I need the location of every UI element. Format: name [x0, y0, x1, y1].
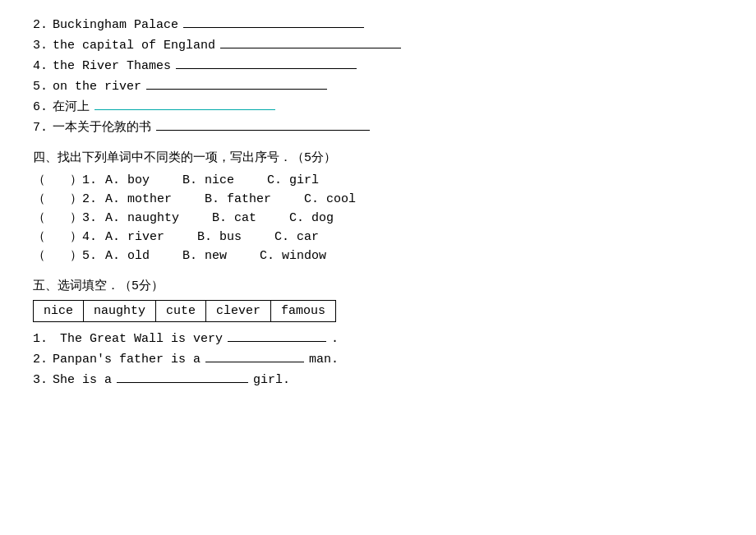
word-bank-row: nice naughty cute clever famous	[34, 301, 336, 322]
item-4-label: the River Thames	[53, 59, 171, 73]
item-6-underline	[94, 99, 275, 110]
item-3-num: 3.	[33, 39, 48, 53]
word-nice: nice	[34, 301, 84, 322]
item-2-label: Buckingham Palace	[53, 18, 178, 32]
choice-4-a: A. river	[105, 230, 164, 244]
choice-4-c: C. car	[274, 230, 319, 244]
sentence-2-blank[interactable]	[205, 351, 304, 362]
choice-row-1: （ ） 1. A. boy B. nice C. girl	[33, 172, 723, 187]
choice-5-b: B. new	[182, 249, 227, 263]
choice-5-num: 5.	[82, 249, 97, 263]
paren-5: （ ）	[33, 247, 82, 263]
choice-5-c: C. window	[260, 249, 326, 263]
choice-1-c: C. girl	[267, 173, 319, 187]
item-5-label: on the river	[53, 80, 141, 94]
item-2-text: 2.	[33, 18, 48, 32]
item-5-num: 5.	[33, 80, 48, 94]
item-4-num: 4.	[33, 59, 48, 73]
part3-item-2: 2. Buckingham Palace	[33, 16, 723, 32]
word-clever: clever	[206, 301, 271, 322]
choice-row-4: （ ） 4. A. river B. bus C. car	[33, 228, 723, 244]
choice-1-num: 1.	[82, 173, 97, 187]
choice-3-a: A. naughty	[105, 211, 179, 225]
choice-3-c: C. dog	[289, 211, 334, 225]
item-5-underline	[146, 78, 327, 90]
choice-row-5: （ ） 5. A. old B. new C. window	[33, 247, 723, 263]
part5-section: 五、选词填空．（5分） nice naughty cute clever fam…	[33, 278, 723, 387]
part4-section: 四、找出下列单词中不同类的一项，写出序号．（5分） （ ） 1. A. boy …	[33, 150, 723, 263]
fill-sentence-3: 3. She is a girl.	[33, 371, 723, 387]
choice-1-b: B. nice	[182, 173, 234, 187]
paren-3: （ ）	[33, 210, 82, 225]
item-3-label: the capital of England	[53, 39, 215, 53]
choice-2-num: 2.	[82, 192, 97, 206]
sentence-2-num: 2.	[33, 353, 48, 367]
sentence-1-num: 1.	[33, 332, 55, 346]
part5-title: 五、选词填空．（5分）	[33, 278, 723, 293]
part3-item-5: 5. on the river	[33, 78, 723, 94]
choice-2-c: C. cool	[304, 192, 356, 206]
choice-2-options: A. mother B. father C. cool	[105, 192, 356, 206]
item-7-num: 7.	[33, 121, 48, 135]
item-7-underline	[156, 119, 370, 131]
sentence-3-after: girl.	[253, 373, 290, 387]
paren-2: （ ）	[33, 191, 82, 206]
choice-3-b: B. cat	[212, 211, 256, 225]
word-naughty: naughty	[84, 301, 156, 322]
sentence-2-before: Panpan's father is a	[53, 353, 201, 367]
choice-4-num: 4.	[82, 230, 97, 244]
sentence-1-after: .	[331, 332, 339, 346]
sentence-1-blank[interactable]	[228, 330, 326, 342]
paren-4: （ ）	[33, 228, 82, 244]
word-cute: cute	[156, 301, 206, 322]
word-bank-table: nice naughty cute clever famous	[33, 300, 336, 322]
choice-1-options: A. boy B. nice C. girl	[105, 173, 319, 187]
sentence-1-before: The Great Wall is very	[60, 332, 223, 346]
sentence-2-after: man.	[309, 353, 339, 367]
item-3-underline	[220, 37, 401, 48]
part3-item-7: 7. 一本关于伦敦的书	[33, 119, 723, 135]
part4-title: 四、找出下列单词中不同类的一项，写出序号．（5分）	[33, 150, 723, 165]
choice-5-options: A. old B. new C. window	[105, 249, 326, 263]
item-7-label: 一本关于伦敦的书	[53, 119, 151, 135]
word-famous: famous	[271, 301, 336, 322]
fill-sentence-1: 1. The Great Wall is very .	[33, 330, 723, 346]
choice-1-a: A. boy	[105, 173, 150, 187]
choice-4-b: B. bus	[197, 230, 242, 244]
choice-row-2: （ ） 2. A. mother B. father C. cool	[33, 191, 723, 206]
choice-5-a: A. old	[105, 249, 150, 263]
item-2-underline	[183, 16, 364, 28]
item-6-label: 在河上	[53, 99, 90, 114]
choice-2-a: A. mother	[105, 192, 172, 206]
fill-sentence-2: 2. Panpan's father is a man.	[33, 351, 723, 367]
choice-row-3: （ ） 3. A. naughty B. cat C. dog	[33, 210, 723, 225]
choice-2-b: B. father	[205, 192, 271, 206]
part3-item-6: 6. 在河上	[33, 99, 723, 114]
item-6-num: 6.	[33, 100, 48, 114]
sentence-3-num: 3.	[33, 373, 48, 387]
item-4-underline	[176, 58, 357, 69]
paren-1: （ ）	[33, 172, 82, 187]
choice-3-options: A. naughty B. cat C. dog	[105, 211, 334, 225]
part3-section: 2. Buckingham Palace 3. the capital of E…	[33, 16, 723, 135]
part3-item-3: 3. the capital of England	[33, 37, 723, 53]
part3-item-4: 4. the River Thames	[33, 58, 723, 73]
sentence-3-before: She is a	[53, 373, 112, 387]
choice-4-options: A. river B. bus C. car	[105, 230, 319, 244]
choice-3-num: 3.	[82, 211, 97, 225]
sentence-3-blank[interactable]	[117, 371, 248, 383]
